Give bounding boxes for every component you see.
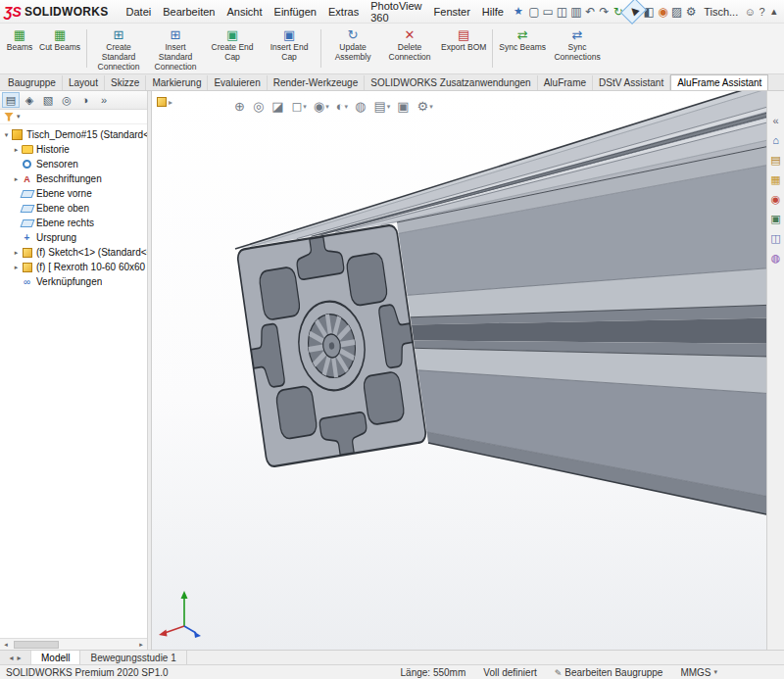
part-icon (23, 248, 32, 258)
menu-photoview[interactable]: PhotoView 360 (365, 0, 427, 26)
glyph: ◻ (292, 99, 303, 114)
camera-icon[interactable]: ▣ (397, 99, 410, 114)
tab-evaluieren[interactable]: Evaluieren (208, 75, 267, 90)
tree-item-beschriftungen[interactable]: ▸ A Beschriftungen (0, 171, 147, 186)
featuremanager-tab[interactable]: ▤ (2, 92, 20, 108)
dimxpertmanager-tab[interactable]: ◎ (58, 92, 75, 108)
propertymanager-tab[interactable]: ◈ (21, 92, 38, 108)
tree-item-historie[interactable]: ▸ Historie (0, 142, 147, 157)
export-bom-button[interactable]: ▤ Export BOM (438, 25, 489, 72)
sync-connections-button[interactable]: ⇄ Sync Connections (549, 25, 606, 72)
expand-arrow-icon[interactable]: ▸ (12, 264, 21, 271)
expand-arrow-icon[interactable]: ▸ (12, 249, 21, 257)
display-style-icon[interactable]: ◉▾ (314, 99, 329, 114)
3d-viewport[interactable]: ▸ ⊕ ◎ ◪ ◻▾ ◉▾ ◐▾ ◍ ▤▾ ▣ ⚙▾ (152, 91, 766, 650)
scroll-right-icon[interactable]: ▸ (135, 641, 147, 649)
expand-arrow-icon[interactable]: ▸ (12, 146, 21, 154)
insert-standard-connection-button[interactable]: ⊞ Insert Standard Connection (147, 25, 204, 72)
undo-icon[interactable]: ↶ (583, 2, 597, 21)
forum-icon[interactable]: ◍ (771, 252, 781, 264)
tree-item-ebene-rechts[interactable]: Ebene rechts (0, 216, 147, 230)
section-view-icon[interactable]: ◪ (271, 99, 284, 114)
tab-zusatzanwendungen[interactable]: SOLIDWORKS Zusatzanwendungen (365, 75, 537, 90)
tab-aluframe[interactable]: AluFrame (538, 75, 593, 90)
tab-render-werkzeuge[interactable]: Render-Werkzeuge (268, 75, 366, 90)
tab-dstv-assistant[interactable]: DStV Assistant (593, 75, 670, 90)
insert-end-cap-button[interactable]: ▣ Insert End Cap (261, 25, 318, 72)
menu-einfuegen[interactable]: Einfügen (269, 3, 322, 21)
tab-scroll-nav[interactable]: ◂ ▸ (0, 651, 31, 664)
tree-item-root[interactable]: ▾ Tisch_Demo#15 (Standard<Anzeigest (0, 127, 147, 142)
scene-icon[interactable]: ▤▾ (373, 99, 390, 114)
tree-item-sensoren[interactable]: Sensoren (0, 157, 147, 171)
tree-item-verknuepfungen[interactable]: ∞ Verknüpfungen (0, 274, 147, 289)
tree-filter-row[interactable]: ▾ (0, 110, 147, 124)
zoom-area-icon[interactable]: ◎ (253, 99, 265, 114)
cut-beams-button[interactable]: ▦ Cut Beams (36, 25, 83, 72)
expand-arrow-icon[interactable]: ▸ (12, 175, 21, 183)
tab-scroll-right-icon[interactable]: ▸ (18, 654, 22, 662)
design-library-icon[interactable]: ▤ (770, 154, 780, 166)
zoom-fit-icon[interactable]: ⊕ (234, 99, 246, 114)
configurationmanager-tab[interactable]: ▧ (39, 92, 57, 108)
tree-item-sketch[interactable]: ▸ (f) Sketch<1> (Standard<<Standa (0, 245, 147, 260)
tab-markierung[interactable]: Markierung (146, 75, 208, 90)
save-icon[interactable]: ◫ (555, 2, 568, 21)
tree-horizontal-scrollbar[interactable]: ◂ ▸ (0, 638, 147, 650)
beams-button[interactable]: ▦ Beams (3, 25, 36, 72)
menu-bearbeiten[interactable]: Bearbeiten (157, 3, 220, 21)
scrollbar-thumb[interactable] (14, 641, 59, 649)
custom-properties-icon[interactable]: ◫ (770, 232, 780, 244)
tab-modell[interactable]: Modell (31, 651, 80, 664)
menu-fenster[interactable]: Fenster (428, 3, 476, 21)
collapse-taskpane-icon[interactable]: « (772, 115, 778, 126)
appearances-icon[interactable]: ◉ (771, 193, 781, 205)
menu-hilfe[interactable]: Hilfe (476, 3, 510, 21)
redo-icon[interactable]: ↷ (597, 2, 611, 21)
open-icon[interactable]: ▭ (541, 2, 555, 21)
user-icon[interactable]: ☺ (744, 6, 756, 18)
units-dropdown[interactable]: MMGS▾ (680, 667, 717, 678)
appearance-icon[interactable]: ◍ (355, 99, 367, 114)
create-end-cap-button[interactable]: ▣ Create End Cap (204, 25, 261, 72)
file-explorer-icon[interactable]: ▦ (770, 173, 780, 185)
displaymanager-tab[interactable]: ◑ (76, 92, 94, 108)
tree-item-ebene-oben[interactable]: Ebene oben (0, 201, 147, 216)
toolbox-icon[interactable]: ▨ (670, 2, 684, 21)
options-icon[interactable]: ⚙▾ (417, 99, 433, 114)
delete-connection-button[interactable]: ✕ Delete Connection (381, 25, 438, 72)
tree-item-ebene-vorne[interactable]: Ebene vorne (0, 186, 147, 201)
menu-ansicht[interactable]: Ansicht (220, 3, 268, 21)
collapse-toolbar-icon[interactable]: ▴ (768, 5, 780, 18)
home-icon[interactable]: ⌂ (772, 134, 779, 146)
aluminum-profile-model[interactable] (152, 91, 766, 650)
tree-item-rexroth-profile[interactable]: ▸ (f) [ Rexroth 10-60 60x60 8f3da8bc (0, 260, 147, 274)
flyout-featuremanager[interactable]: ▸ (157, 97, 172, 107)
sync-beams-button[interactable]: ⇄ Sync Beams (496, 25, 549, 72)
appearance-sphere-icon[interactable]: ◉ (656, 2, 669, 21)
scroll-left-icon[interactable]: ◂ (0, 641, 12, 649)
tab-baugruppe[interactable]: Baugruppe (2, 75, 63, 90)
help-icon[interactable]: ? (756, 6, 767, 18)
tab-layout[interactable]: Layout (63, 75, 105, 90)
tab-bewegungsstudie[interactable]: Bewegungsstudie 1 (80, 651, 186, 664)
tab-aluframe-assistant[interactable]: AluFrame Assistant (670, 74, 768, 90)
caret-icon: ▾ (345, 103, 349, 111)
tree-item-ursprung[interactable]: + Ursprung (0, 230, 147, 245)
panel-tabs-overflow-icon[interactable]: » (95, 92, 113, 108)
tab-scroll-left-icon[interactable]: ◂ (9, 654, 13, 662)
pin-icon[interactable]: ★ (514, 5, 523, 18)
expand-arrow-icon[interactable]: ▾ (2, 131, 11, 139)
new-document-icon[interactable]: ▢ (527, 2, 541, 21)
options-gear-icon[interactable]: ⚙ (684, 2, 698, 21)
scene-icon[interactable]: ▣ (770, 213, 780, 224)
view-orientation-icon[interactable]: ◻▾ (292, 99, 307, 114)
menu-extras[interactable]: Extras (322, 3, 365, 21)
tab-skizze[interactable]: Skizze (105, 75, 146, 90)
flyout-expand-icon[interactable]: ▸ (169, 98, 172, 107)
print-icon[interactable]: ▥ (569, 2, 583, 21)
menu-datei[interactable]: Datei (121, 3, 158, 21)
hide-show-icon[interactable]: ◐▾ (336, 99, 348, 114)
create-standard-connection-button[interactable]: ⊞ Create Standard Connection (90, 25, 147, 72)
update-assembly-button[interactable]: ↻ Update Assembly (324, 25, 381, 72)
